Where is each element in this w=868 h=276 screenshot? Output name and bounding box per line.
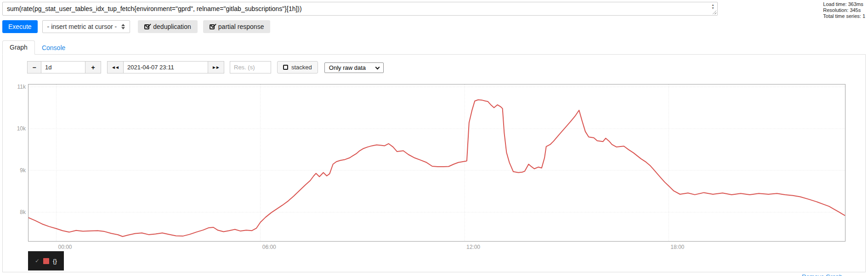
- datetime-input[interactable]: [123, 61, 208, 73]
- unchecked-checkbox-icon: [283, 65, 288, 70]
- stacked-toggle[interactable]: stacked: [277, 61, 318, 73]
- graph-panel: − + ◄◄ ►► stacked Only raw data 8k9k10k1…: [2, 55, 866, 272]
- partial-response-toggle[interactable]: partial response: [203, 20, 271, 33]
- checked-checkbox-icon: [210, 24, 215, 29]
- view-tabs: Graph Console: [2, 41, 866, 55]
- x-tick-label: 18:00: [670, 244, 684, 250]
- rewind-button[interactable]: ◄◄: [107, 61, 124, 73]
- legend-check-icon: ✓: [35, 258, 40, 264]
- downsampling-select[interactable]: Only raw data: [324, 62, 384, 73]
- deduplication-toggle[interactable]: deduplication: [138, 20, 198, 33]
- x-tick-label: 06:00: [262, 244, 276, 250]
- range-decrease-button[interactable]: −: [27, 61, 41, 73]
- query-input[interactable]: sum(rate(pg_stat_user_tables_idx_tup_fet…: [2, 2, 718, 16]
- x-tick-label: 12:00: [466, 244, 480, 250]
- legend-series-label: {}: [53, 258, 57, 265]
- deduplication-label: deduplication: [153, 23, 191, 30]
- y-tick-label: 9k: [4, 167, 26, 174]
- resolution-input[interactable]: [230, 61, 271, 73]
- tab-console[interactable]: Console: [35, 41, 72, 55]
- graph-controls: − + ◄◄ ►► stacked Only raw data: [27, 61, 384, 73]
- line-chart-svg: [28, 84, 845, 241]
- chevron-down-icon: [375, 65, 380, 69]
- y-tick-label: 8k: [4, 209, 26, 215]
- resolution: Resolution: 345s: [823, 7, 865, 13]
- insert-metric-label: - insert metric at cursor -: [47, 23, 117, 30]
- range-increase-button[interactable]: +: [85, 61, 101, 73]
- y-tick-label: 11k: [4, 84, 26, 90]
- time-group: ◄◄ ►►: [107, 61, 224, 73]
- query-stats: Load time: 363ms Resolution: 345s Total …: [823, 1, 865, 19]
- remove-graph-link[interactable]: Remove Graph: [802, 273, 842, 276]
- downsampling-value: Only raw data: [329, 64, 366, 71]
- x-tick-label: 00:00: [58, 244, 72, 250]
- partial-response-label: partial response: [218, 23, 264, 30]
- series-color-swatch: [43, 258, 49, 264]
- scroll-up-icon[interactable]: ▲: [711, 3, 715, 6]
- insert-metric-select[interactable]: - insert metric at cursor -: [42, 20, 130, 33]
- chart-plot-area[interactable]: 8k9k10k11k 00:0006:0012:0018:00: [28, 84, 845, 242]
- forward-button[interactable]: ►►: [208, 61, 224, 73]
- tab-graph[interactable]: Graph: [2, 40, 35, 55]
- legend-item[interactable]: ✓ {}: [28, 251, 64, 270]
- thanos-query-page: { "query_bar": { "query": "sum(rate(pg_s…: [0, 0, 868, 276]
- query-text: sum(rate(pg_stat_user_tables_idx_tup_fet…: [7, 5, 302, 12]
- range-group: − +: [27, 61, 101, 73]
- scroll-down-icon[interactable]: ▼: [711, 6, 715, 10]
- execute-toolbar: Execute - insert metric at cursor - dedu…: [2, 20, 270, 33]
- stacked-label: stacked: [291, 64, 312, 71]
- execute-button[interactable]: Execute: [2, 20, 38, 33]
- y-tick-label: 10k: [4, 125, 26, 132]
- checked-checkbox-icon: [144, 24, 149, 29]
- range-input[interactable]: [41, 61, 85, 73]
- select-updown-icon: [121, 24, 125, 29]
- load-time: Load time: 363ms: [823, 1, 865, 7]
- total-series: Total time series: 1: [823, 13, 865, 19]
